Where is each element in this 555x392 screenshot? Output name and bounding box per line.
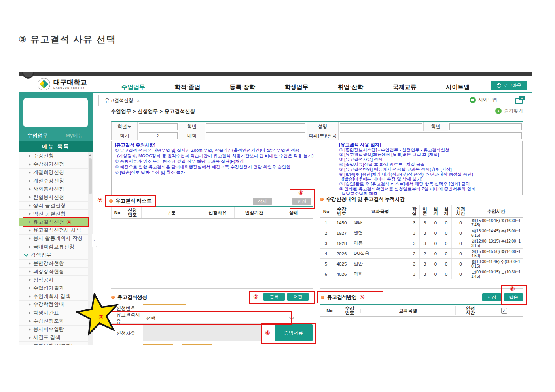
- sidebar-menu-item[interactable]: 수강신청조회: [19, 317, 88, 326]
- sidebar-menu-item[interactable]: 봉사 활동계획서 작성: [19, 235, 88, 243]
- evidence-file-button[interactable]: 증빙서류: [275, 324, 313, 341]
- annotation-badge-2: ②: [253, 294, 258, 300]
- sidebar-menu-item[interactable]: 계절수강신청: [19, 177, 88, 185]
- form-field-cell: 2: [137, 131, 179, 140]
- sidebar-menu-item[interactable]: 시간표 검색: [19, 334, 88, 342]
- sidebar-menu-item[interactable]: 성적공시: [19, 276, 88, 284]
- sidebar-menu-item[interactable]: 수강신청: [19, 152, 88, 160]
- sidebar-menu-item[interactable]: 분반강좌현황: [19, 260, 88, 268]
- content-area: 유고결석신청 × 사이트맵 × 수업업무 > 신청업무 > 유고결석신청 ★ 즐…: [93, 93, 532, 345]
- sidebar-scrollbar[interactable]: [88, 152, 93, 345]
- sidebar-menu-item[interactable]: 교과목개요(교과): [19, 342, 88, 345]
- form-input[interactable]: [206, 132, 305, 139]
- notice-line: ① [종합정보시스템] - 수업업무 - 신청업무 - 유고결석신청: [339, 147, 520, 152]
- sidebar-tab-work[interactable]: 수업업무: [19, 132, 56, 139]
- check-all-checkbox[interactable]: ✓: [501, 308, 507, 314]
- divider: [320, 288, 523, 289]
- form-input[interactable]: 2: [139, 132, 178, 139]
- sidebar-menu-item[interactable]: 백신 공결신청: [19, 210, 88, 218]
- logout-button[interactable]: 로그아웃: [491, 81, 527, 90]
- sidebar-menu-item[interactable]: 수업계획서 검색: [19, 292, 88, 301]
- apply-no-input[interactable]: [143, 304, 186, 312]
- sidebar-menu-panel: 수강신청 수강허가신청 계절희망신청: [19, 152, 93, 345]
- sitemap-link[interactable]: 사이트맵: [470, 96, 497, 103]
- absence-reason-label: 유고결석사유: [116, 311, 143, 325]
- column-header: 실 기: [430, 205, 441, 217]
- form-input[interactable]: [449, 123, 522, 130]
- column-header: 인정 시간: [451, 205, 470, 217]
- sidebar-menu-item[interactable]: 수강허가신청: [19, 160, 88, 169]
- top-nav-item[interactable]: 학적·졸업: [174, 83, 200, 91]
- scrollbar-thumb[interactable]: [89, 158, 92, 194]
- top-nav-item[interactable]: 취업·산학: [338, 83, 364, 91]
- form-input[interactable]: [206, 123, 305, 130]
- app-window: 대구대학교 DAEGUUNIVERSITY 수업업무 학적·졸업 등록·장학 학…: [19, 72, 532, 345]
- sidebar-menu-item[interactable]: 사회봉사신청: [19, 185, 88, 194]
- sidebar-menu-item[interactable]: 헌혈봉사신청: [19, 193, 88, 202]
- form-input[interactable]: [340, 132, 522, 139]
- notice-procedure-title: [유고결석 사용 절차]: [339, 142, 520, 147]
- triangle-right-icon: [29, 188, 31, 190]
- annotation-badge-1: ①: [66, 219, 72, 225]
- notice-line: ⑧ 인쇄된 유고결석확인서를 신청일로부터 7일 이내에 증빙서류와 함께: [339, 187, 520, 191]
- absence-reason-select[interactable]: 선택: [143, 314, 297, 322]
- annotation-badge-5: ⑤: [360, 294, 365, 300]
- top-nav-item[interactable]: 학생업무: [284, 83, 308, 91]
- page-title: ③ 유고결석 사유 선택: [19, 33, 116, 45]
- delete-button[interactable]: 삭제: [253, 198, 272, 205]
- form-input[interactable]: [340, 123, 422, 130]
- tab-active[interactable]: 유고결석신청 ×: [98, 95, 146, 106]
- column-header: 교과목명: [360, 309, 455, 313]
- column-header: No: [320, 309, 339, 313]
- top-nav-item[interactable]: 국제교류: [393, 83, 417, 91]
- sidebar-menu-item[interactable]: 수강학점안내: [19, 301, 88, 309]
- register-button[interactable]: 등록: [263, 293, 285, 301]
- column-header: 학 점: [409, 205, 419, 217]
- sidebar-collapse-handle[interactable]: ‹: [92, 234, 97, 247]
- top-nav-item[interactable]: 등록·장학: [229, 83, 255, 91]
- triangle-right-icon: [29, 303, 31, 306]
- favorite-link[interactable]: ★ 즐겨찾기: [495, 107, 523, 114]
- triangle-right-icon: [29, 246, 31, 248]
- column-header: No: [320, 205, 332, 217]
- notice-cautions: [유고결석 유의사항] ① 유고결석 적용은 대면수업 및 실시간 Zoom 수…: [115, 142, 334, 175]
- sidebar-menu-item[interactable]: 계절희망신청: [19, 169, 88, 177]
- form-label: 대학: [179, 131, 205, 140]
- period-start-input[interactable]: ▦: [143, 344, 173, 345]
- sidebar-menu-item[interactable]: 학생시간표: [19, 309, 88, 317]
- form-field-cell: [205, 131, 307, 140]
- form-input[interactable]: [139, 123, 178, 130]
- sidebar-tab-mymenu[interactable]: My메뉴: [56, 132, 93, 139]
- sidebar-menu-item[interactable]: 수업평가결과: [19, 284, 88, 292]
- sidebar-menu-item[interactable]: 유고결석신청 ①: [19, 218, 88, 226]
- sidebar-menu-item[interactable]: 국내학점교류신청: [19, 243, 88, 251]
- column-header: 구분: [141, 207, 201, 218]
- annotation-badge-8: ⑧: [298, 190, 303, 196]
- triangle-right-icon: [29, 295, 31, 298]
- save-button-create[interactable]: 저장: [287, 293, 309, 301]
- divider: [111, 288, 313, 289]
- scroll-up-arrow-icon[interactable]: [89, 154, 91, 156]
- sidebar-menu-item[interactable]: 유고결석신청서 서식: [19, 226, 88, 235]
- apply-absence-title: 유고결석반영 ⑤: [321, 294, 365, 301]
- send-button[interactable]: 발송: [504, 293, 523, 301]
- absence-list-title: 유고결석 리스트: [109, 198, 152, 204]
- bullet-icon: [320, 198, 324, 201]
- apply-reason-textarea[interactable]: [143, 325, 261, 341]
- sidebar-menu-item[interactable]: 검색업무: [19, 251, 88, 260]
- sidebar-menu-item[interactable]: 생리 공결신청: [19, 202, 88, 210]
- save-button-apply[interactable]: 저장: [482, 293, 501, 301]
- column-header: 설 계: [441, 205, 451, 217]
- period-end-input[interactable]: ▦: [182, 344, 212, 345]
- triangle-right-icon: [29, 312, 31, 314]
- table-row: 3 1928 아동 3 3 0 0 0 월(12:00~13:15) 수(12:…: [320, 238, 523, 249]
- close-windows-icon[interactable]: ×: [515, 96, 525, 103]
- student-form-row2: 학기 2 대학 학과(부)/전공: [112, 131, 523, 140]
- sidebar-menu-item[interactable]: 봉사이수열람: [19, 326, 88, 334]
- tab-close-icon[interactable]: ×: [137, 98, 140, 104]
- annotation-badge-6: ⑥: [510, 286, 515, 292]
- print-button[interactable]: 인쇄: [292, 198, 311, 205]
- sidebar-menu-item[interactable]: 폐강강좌현황: [19, 268, 88, 276]
- top-nav-item[interactable]: 수업업무: [121, 83, 145, 91]
- top-nav-item[interactable]: 사이트맵: [446, 83, 470, 91]
